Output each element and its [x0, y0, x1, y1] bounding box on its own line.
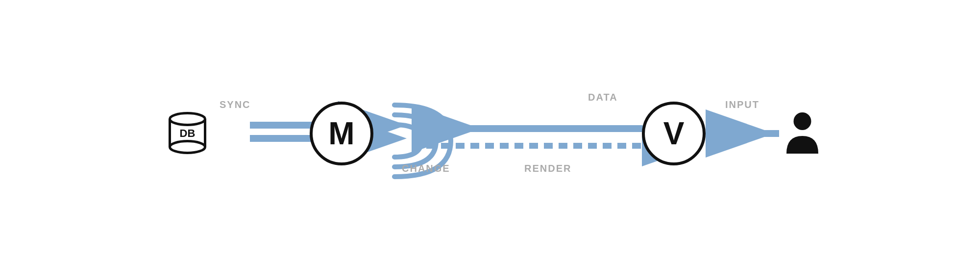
render-label: RENDER	[524, 163, 571, 174]
change-arc-2	[394, 115, 436, 167]
svg-point-4	[170, 141, 205, 153]
svg-point-8	[794, 112, 811, 130]
v-label: V	[663, 115, 685, 152]
diagram: DB SYNC M DATA CHANGE RENDER V INPUT	[98, 35, 882, 232]
sync-label: SYNC	[220, 99, 251, 110]
svg-text:DB: DB	[180, 127, 196, 139]
arrows-svg	[98, 35, 882, 232]
svg-point-3	[170, 113, 205, 125]
change-arc-1	[394, 125, 421, 157]
m-node: M	[310, 102, 373, 165]
data-label: DATA	[588, 92, 618, 103]
user-container	[784, 110, 821, 157]
input-label: INPUT	[725, 99, 760, 110]
m-circle: M	[310, 102, 373, 165]
m-label: M	[328, 115, 354, 152]
v-circle: V	[642, 102, 706, 165]
db-container: DB	[167, 110, 208, 157]
db-icon: DB	[167, 110, 208, 157]
change-label: CHANGE	[402, 163, 450, 174]
user-icon	[784, 110, 821, 155]
v-node: V	[642, 102, 706, 165]
